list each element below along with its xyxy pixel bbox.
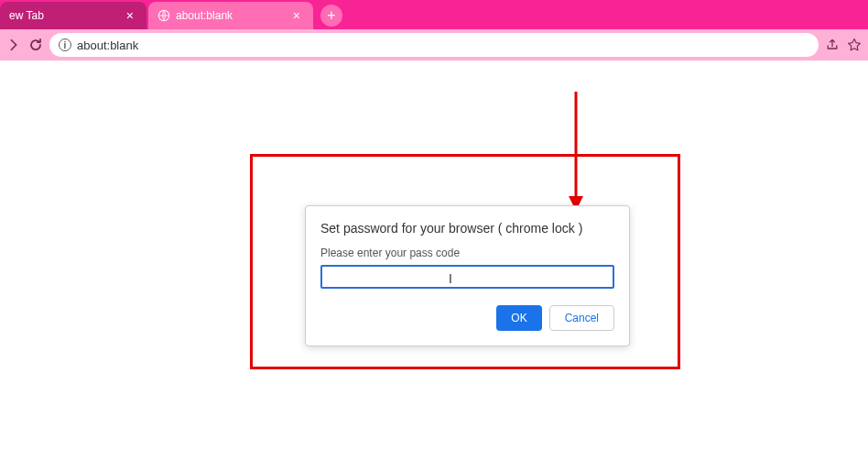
browser-toolbar: i about:blank xyxy=(0,29,868,60)
tab-strip: ew Tab × about:blank × + xyxy=(0,0,868,29)
dialog-title: Set password for your browser ( chrome l… xyxy=(320,221,614,236)
tab-about-blank[interactable]: about:blank × xyxy=(148,2,313,29)
close-icon[interactable]: × xyxy=(123,8,137,23)
site-info-icon[interactable]: i xyxy=(59,38,71,51)
passcode-input[interactable] xyxy=(320,265,614,289)
reload-button[interactable] xyxy=(27,37,44,53)
cancel-button[interactable]: Cancel xyxy=(549,305,614,331)
ok-button[interactable]: OK xyxy=(496,305,541,331)
bookmark-star-icon[interactable] xyxy=(846,37,863,53)
close-icon[interactable]: × xyxy=(289,8,304,23)
plus-icon: + xyxy=(327,7,335,24)
tab-new-tab[interactable]: ew Tab × xyxy=(0,2,146,29)
dialog-button-row: OK Cancel xyxy=(320,305,614,331)
password-dialog: Set password for your browser ( chrome l… xyxy=(305,205,630,346)
share-icon[interactable] xyxy=(824,37,841,53)
page-content: Set password for your browser ( chrome l… xyxy=(0,60,868,461)
address-bar[interactable]: i about:blank xyxy=(49,33,819,57)
dialog-label: Please enter your pass code xyxy=(320,247,614,259)
forward-button[interactable] xyxy=(5,37,22,53)
globe-icon xyxy=(157,9,170,22)
url-text: about:blank xyxy=(77,38,809,52)
tab-title: about:blank xyxy=(176,9,289,22)
new-tab-button[interactable]: + xyxy=(320,5,342,27)
tab-title: ew Tab xyxy=(9,9,123,22)
